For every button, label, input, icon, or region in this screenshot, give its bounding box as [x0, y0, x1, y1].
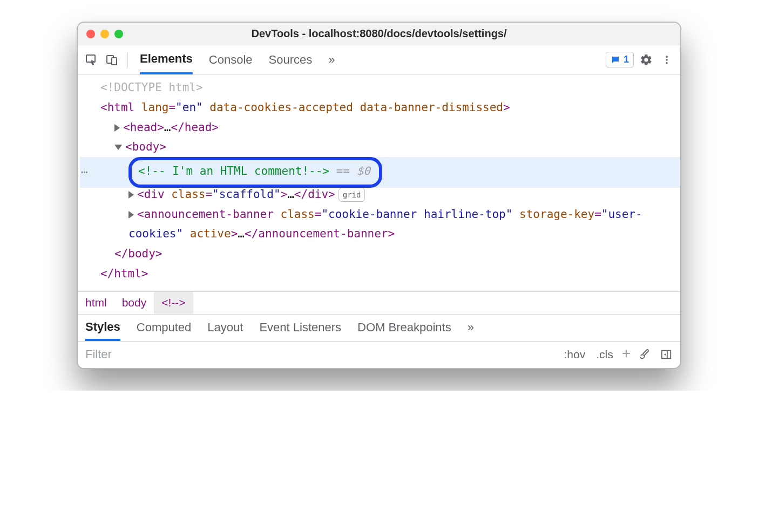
traffic-lights [78, 30, 123, 38]
devtools-window: DevTools - localhost:8080/docs/devtools/… [77, 22, 681, 369]
kebab-menu-icon[interactable] [659, 52, 675, 68]
settings-icon[interactable] [638, 52, 654, 68]
subtabs-overflow[interactable]: » [468, 315, 474, 341]
subtab-event-listeners[interactable]: Event Listeners [259, 315, 341, 341]
tab-console[interactable]: Console [209, 45, 253, 74]
issues-icon [611, 55, 620, 65]
subtab-layout[interactable]: Layout [207, 315, 243, 341]
breadcrumb-comment[interactable]: <!--> [154, 292, 193, 314]
close-window-icon[interactable] [86, 30, 95, 38]
issues-count: 1 [624, 54, 629, 65]
new-style-rule-button[interactable]: + [619, 345, 634, 362]
cls-toggle[interactable]: .cls [591, 348, 619, 361]
dom-selected-comment[interactable]: ⋯ <!-- I'm an HTML comment!--> == $0 [80, 157, 680, 188]
svg-rect-6 [662, 351, 671, 359]
device-toggle-icon[interactable] [104, 52, 120, 68]
ellipsis-icon[interactable]: ⋯ [81, 162, 89, 182]
expand-icon[interactable] [128, 191, 134, 199]
subtab-dom-breakpoints[interactable]: DOM Breakpoints [357, 315, 451, 341]
inspect-element-icon[interactable] [83, 52, 99, 68]
collapse-icon[interactable] [114, 145, 122, 150]
svg-point-5 [666, 62, 668, 64]
tabs-overflow[interactable]: » [328, 45, 335, 74]
breadcrumb-body[interactable]: body [114, 292, 154, 314]
main-tabs: Elements Console Sources » [140, 45, 335, 74]
dom-tree[interactable]: <!DOCTYPE html> <html lang="en" data-coo… [78, 74, 680, 291]
tab-sources[interactable]: Sources [269, 45, 313, 74]
hov-toggle[interactable]: :hov [558, 348, 591, 361]
styles-tabs: Styles Computed Layout Event Listeners D… [78, 314, 680, 341]
svg-point-4 [666, 59, 668, 61]
window-title: DevTools - localhost:8080/docs/devtools/… [78, 28, 680, 40]
toolbar-divider [127, 52, 128, 67]
expand-icon[interactable] [114, 124, 120, 132]
svg-rect-0 [86, 55, 95, 62]
dom-announcement-banner[interactable]: <announcement-banner class="cookie-banne… [80, 204, 680, 244]
titlebar: DevTools - localhost:8080/docs/devtools/… [78, 23, 680, 45]
paintbrush-icon[interactable] [636, 346, 653, 363]
svg-rect-2 [112, 58, 117, 65]
breadcrumb-html[interactable]: html [78, 292, 114, 314]
subtab-computed[interactable]: Computed [137, 315, 192, 341]
dom-html-close[interactable]: </html> [80, 264, 680, 284]
dom-head[interactable]: <head>…</head> [80, 118, 680, 138]
issues-button[interactable]: 1 [606, 52, 634, 67]
comment-highlight: <!-- I'm an HTML comment!--> == $0 [128, 157, 382, 188]
svg-point-3 [666, 56, 668, 58]
dom-body-open[interactable]: <body> [80, 137, 680, 157]
computed-sidebar-toggle-icon[interactable] [658, 346, 675, 363]
styles-filter-bar: :hov .cls + [78, 341, 680, 368]
subtab-styles[interactable]: Styles [85, 315, 120, 341]
dom-doctype[interactable]: <!DOCTYPE html> [80, 78, 680, 98]
zoom-window-icon[interactable] [114, 30, 123, 38]
expand-icon[interactable] [128, 211, 134, 219]
main-toolbar: Elements Console Sources » 1 [78, 45, 680, 74]
dom-body-close[interactable]: </body> [80, 244, 680, 264]
breadcrumbs: html body <!--> [78, 291, 680, 314]
styles-filter-input[interactable] [78, 342, 558, 368]
dom-html-open[interactable]: <html lang="en" data-cookies-accepted da… [80, 98, 680, 118]
tab-elements[interactable]: Elements [140, 45, 193, 74]
grid-badge[interactable]: grid [339, 188, 366, 202]
minimize-window-icon[interactable] [100, 30, 109, 38]
